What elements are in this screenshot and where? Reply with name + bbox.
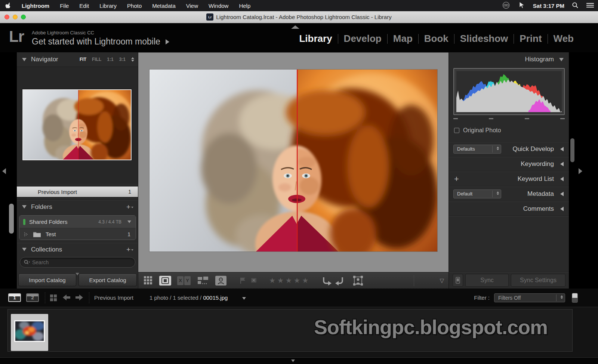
top-panel-collapse-arrow[interactable] — [291, 25, 299, 29]
filter-preset-select[interactable]: Filters Off — [494, 293, 565, 302]
people-view-button[interactable] — [215, 276, 226, 286]
apple-menu[interactable] — [0, 0, 16, 11]
second-window-button[interactable]: 2 — [26, 293, 39, 302]
expand-left-icon[interactable] — [560, 162, 564, 166]
expand-left-icon[interactable] — [560, 177, 564, 181]
module-slideshow[interactable]: Slideshow — [454, 33, 514, 44]
expand-left-icon[interactable] — [560, 192, 564, 196]
collections-search[interactable] — [20, 257, 135, 268]
folder-row-test[interactable]: Test 1 — [19, 228, 136, 240]
main-photo-before-after[interactable] — [150, 70, 437, 252]
original-photo-checkbox[interactable] — [454, 128, 459, 133]
sync-button[interactable]: Sync — [465, 274, 509, 287]
module-web[interactable]: Web — [548, 33, 579, 44]
source-dropdown-caret[interactable] — [242, 297, 246, 300]
collapse-triangle-icon[interactable] — [22, 58, 27, 61]
close-window-button[interactable] — [4, 15, 9, 19]
menu-edit[interactable]: Edit — [74, 0, 94, 11]
keywording-section[interactable]: Keywording — [449, 156, 569, 171]
module-develop[interactable]: Develop — [338, 33, 387, 44]
filmstrip-source-label[interactable]: Previous Import — [94, 294, 133, 301]
right-panel-collapse-arrow[interactable] — [579, 168, 582, 174]
catalog-row-previous-import[interactable]: Previous Import 1 — [17, 186, 138, 197]
filmstrip-thumbnail-image[interactable] — [14, 320, 45, 342]
import-catalog-button[interactable]: Import Catalog — [18, 274, 76, 286]
add-collection-button[interactable]: + — [126, 246, 133, 253]
grid-view-button[interactable] — [144, 276, 153, 286]
flag-pick-button[interactable] — [239, 277, 247, 284]
sync-device-icon-button[interactable] — [453, 274, 463, 287]
menu-library[interactable]: Library — [94, 0, 122, 11]
identity-plate-text[interactable]: Get started with Lightroom mobile — [32, 37, 160, 47]
selection-summary[interactable]: 1 photo / 1 selected / 00015.jpg — [150, 294, 228, 301]
survey-view-button[interactable] — [197, 276, 209, 285]
minimize-window-button[interactable] — [13, 15, 18, 19]
notification-center-icon[interactable] — [586, 2, 594, 9]
module-map[interactable]: Map — [388, 33, 418, 44]
volume-collapse-icon[interactable] — [127, 220, 131, 223]
export-catalog-button[interactable]: Export Catalog — [78, 274, 137, 286]
zoom-mode-1-1[interactable]: 1:1 — [107, 57, 113, 62]
navigator-preview-image[interactable] — [22, 89, 132, 160]
left-panel-collapse-arrow[interactable] — [2, 168, 6, 174]
loupe-view-button[interactable] — [159, 276, 171, 286]
search-input[interactable] — [32, 259, 118, 265]
menu-lightroom[interactable]: Lightroom — [16, 0, 55, 11]
menu-photo[interactable]: Photo — [122, 0, 147, 11]
rotate-left-button[interactable] — [321, 276, 332, 286]
volume-row-shared-folders[interactable]: Shared Folders 4.3 / 4.4 TB — [19, 216, 136, 228]
go-forward-button[interactable] — [75, 294, 84, 301]
expand-left-icon[interactable] — [560, 207, 564, 211]
navigator-header[interactable]: Navigator FIT FILL 1:1 3:1 — [17, 52, 138, 67]
original-photo-row[interactable]: Original Photo — [454, 127, 501, 134]
histogram-plot[interactable] — [456, 71, 562, 112]
identity-play-icon[interactable] — [166, 39, 169, 44]
right-panel-scrollbar-thumb[interactable] — [570, 138, 574, 162]
expand-left-icon[interactable] — [560, 147, 564, 151]
collapse-triangle-icon[interactable] — [22, 248, 27, 251]
collections-header[interactable]: Collections + — [17, 242, 138, 256]
add-keyword-button[interactable]: + — [454, 175, 459, 183]
menu-window[interactable]: Window — [203, 0, 234, 11]
histogram-header[interactable]: Histogram — [449, 52, 569, 67]
module-library[interactable]: Library — [293, 33, 337, 44]
collapse-triangle-icon[interactable] — [22, 205, 27, 209]
quick-develop-section[interactable]: Defaults Quick Develop — [449, 141, 569, 156]
spotlight-search-icon[interactable] — [572, 2, 579, 10]
filmstrip-thumbnail-cell[interactable] — [11, 314, 48, 351]
menu-help[interactable]: Help — [234, 0, 256, 11]
star-rating-control[interactable]: ★★★★★ — [269, 276, 310, 285]
filter-lock-toggle[interactable] — [572, 293, 578, 303]
rotate-right-button[interactable] — [335, 276, 345, 286]
go-back-button[interactable] — [62, 294, 71, 301]
keyword-list-section[interactable]: + Keyword List — [449, 171, 569, 186]
zoom-mode-fill[interactable]: FILL — [92, 57, 101, 62]
zoom-window-button[interactable] — [21, 15, 26, 19]
quick-develop-preset-select[interactable]: Defaults — [453, 145, 501, 154]
menu-metadata[interactable]: Metadata — [147, 0, 181, 11]
comments-section[interactable]: Comments — [449, 201, 569, 216]
menu-view[interactable]: View — [181, 0, 203, 11]
main-window-button[interactable]: 1 — [8, 293, 21, 302]
collapse-triangle-icon[interactable] — [559, 58, 564, 61]
flag-reject-button[interactable] — [250, 277, 257, 284]
left-panel-scrollbar-thumb[interactable] — [9, 204, 14, 234]
folders-header[interactable]: Folders + — [17, 200, 138, 214]
crop-overlay-people-icon[interactable] — [353, 275, 363, 286]
metadata-preset-select[interactable]: Default — [453, 189, 501, 198]
add-folder-button[interactable]: + — [126, 203, 133, 210]
toolbar-options-dropdown[interactable]: ▽ — [440, 277, 444, 284]
module-print[interactable]: Print — [514, 33, 547, 44]
volume-status-led[interactable] — [23, 219, 25, 225]
menu-file[interactable]: File — [55, 0, 74, 11]
grid-view-shortcut-button[interactable] — [50, 294, 57, 302]
sync-settings-button[interactable]: Sync Settings — [511, 274, 565, 287]
filmstrip-track[interactable]: Softkingpc.blogspot.com — [7, 309, 573, 352]
zoom-mode-fit[interactable]: FIT — [80, 57, 86, 62]
metadata-section[interactable]: Default Metadata — [449, 186, 569, 201]
module-book[interactable]: Book — [419, 33, 454, 44]
filmstrip-collapse-arrow[interactable] — [291, 360, 295, 362]
creative-cloud-icon[interactable] — [502, 1, 511, 10]
zoom-mode-stepper[interactable] — [131, 57, 134, 62]
zoom-mode-3-1[interactable]: 3:1 — [119, 57, 126, 62]
